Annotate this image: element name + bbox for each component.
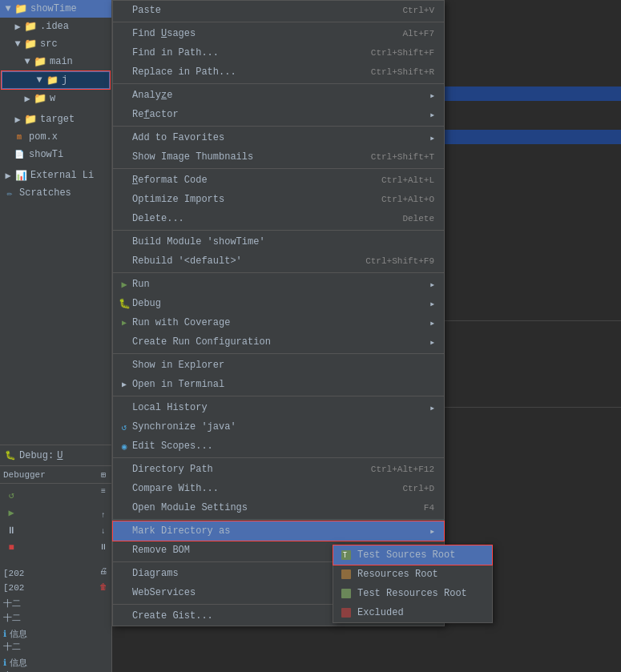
sidebar-item-java[interactable]: ▼ 📁 j	[2, 71, 110, 89]
menu-find-usages[interactable]: Find Usages Alt+F7	[113, 24, 444, 43]
menu-synchronize[interactable]: ↺ Synchronize 'java'	[113, 417, 444, 437]
menu-paste[interactable]: Paste Ctrl+V	[113, 1, 444, 20]
menu-open-module-settings-shortcut: F4	[424, 503, 434, 513]
submenu-excluded[interactable]: Excluded	[333, 603, 492, 622]
menu-replace-path-shortcut: Ctrl+Shift+R	[371, 67, 434, 77]
menu-analyze[interactable]: Analyze	[113, 86, 444, 105]
sidebar-item-showtime[interactable]: ▼ 📁 showTime	[0, 0, 111, 18]
menu-directory-path[interactable]: Directory Path Ctrl+Alt+F12	[113, 460, 444, 479]
menu-show-explorer[interactable]: Show in Explorer	[113, 356, 444, 375]
sidebar-item-pom[interactable]: m pom.x	[0, 128, 111, 146]
side-btn-7[interactable]: 🗑	[96, 580, 111, 594]
menu-optimize[interactable]: Optimize Imports Ctrl+Alt+O	[113, 190, 444, 209]
arrow-idea: ▶	[13, 22, 22, 31]
menu-synchronize-label: Synchronize 'java'	[132, 421, 236, 433]
submenu-test-resources-root[interactable]: Test Resources Root	[333, 584, 492, 603]
sidebar-label-main: main	[50, 56, 73, 67]
menu-edit-scopes-label: Edit Scopes...	[132, 441, 213, 452]
menu-refactor-label: Refactor	[132, 109, 179, 120]
menu-run-coverage-label: Run with Coverage	[132, 317, 230, 328]
debug-tab[interactable]: U	[57, 450, 63, 461]
arrow-target: ▶	[13, 115, 22, 124]
menu-delete[interactable]: Delete... Delete	[113, 209, 444, 228]
submenu-test-sources-root[interactable]: T Test Sources Root	[333, 545, 492, 565]
sidebar-item-src[interactable]: ▼ 📁 src	[0, 35, 111, 53]
sidebar-item-scratches[interactable]: ✏ Scratches	[0, 184, 111, 202]
menu-paste-shortcut: Ctrl+V	[402, 6, 434, 15]
debug-stop-btn[interactable]: ■	[2, 540, 21, 556]
menu-create-gist-label: Create Gist...	[132, 610, 213, 622]
folder-icon-target: 📁	[24, 113, 37, 126]
menu-reformat-shortcut: Ctrl+Alt+L	[381, 175, 434, 185]
sep-3	[113, 126, 444, 127]
sep-4	[113, 168, 444, 169]
sidebar-item-idea[interactable]: ▶ 📁 .idea	[0, 18, 111, 35]
menu-run-coverage[interactable]: ▶ Run with Coverage	[113, 313, 444, 332]
menu-replace-path[interactable]: Replace in Path... Ctrl+Shift+R	[113, 62, 444, 82]
side-btn-1[interactable]: ⊞	[96, 468, 111, 482]
scratches-icon: ✏	[3, 187, 16, 199]
sidebar-item-external[interactable]: ▶ 📊 External Li	[0, 167, 111, 184]
menu-local-history[interactable]: Local History	[113, 398, 444, 417]
menu-run-label: Run	[132, 279, 150, 290]
menu-open-module-settings[interactable]: Open Module Settings F4	[113, 498, 444, 517]
side-btn-2[interactable]: ≡	[96, 484, 111, 498]
menu-delete-shortcut: Delete	[402, 214, 434, 223]
menu-create-run-config[interactable]: Create Run Configuration	[113, 332, 444, 352]
menu-show-explorer-label: Show in Explorer	[132, 360, 224, 371]
menu-show-thumbnails[interactable]: Show Image Thumbnails Ctrl+Shift+T	[113, 147, 444, 167]
sidebar-label-showtimefile: showTi	[29, 149, 63, 160]
menu-rebuild-label: Rebuild '<default>'	[132, 256, 242, 267]
menu-debug[interactable]: 🐛 Debug	[113, 294, 444, 313]
menu-show-thumbnails-shortcut: Ctrl+Shift+T	[371, 152, 434, 162]
menu-find-usages-label: Find Usages	[132, 28, 196, 39]
menu-compare-with[interactable]: Compare With... Ctrl+D	[113, 479, 444, 498]
svg-rect-2	[341, 569, 351, 579]
svg-text:T: T	[343, 552, 347, 559]
debug-pause-btn[interactable]: ⏸	[2, 522, 21, 538]
sidebar-item-showtimefile[interactable]: 📄 showTi	[0, 146, 111, 163]
menu-open-terminal[interactable]: ▶ Open in Terminal	[113, 375, 444, 394]
menu-reformat-label: Reformat Code	[132, 175, 208, 186]
menu-edit-scopes[interactable]: ◉ Edit Scopes...	[113, 437, 444, 456]
menu-replace-path-label: Replace in Path...	[132, 66, 236, 78]
excluded-icon	[340, 606, 353, 619]
submenu-resources-label: Resources Root	[357, 569, 438, 580]
menu-rebuild[interactable]: Rebuild '<default>' Ctrl+Shift+F9	[113, 251, 444, 271]
menu-mark-directory[interactable]: Mark Directory as	[113, 521, 444, 541]
debugger-tab[interactable]: Debugger	[3, 470, 46, 480]
menu-compare-with-shortcut: Ctrl+D	[402, 484, 434, 493]
sep-10	[113, 519, 444, 520]
menu-delete-label: Delete...	[132, 213, 184, 224]
side-btn-3[interactable]: ↑	[96, 508, 111, 522]
sep-8	[113, 396, 444, 396]
side-btn-4[interactable]: ↓	[96, 524, 111, 538]
menu-refactor[interactable]: Refactor	[113, 105, 444, 124]
resources-icon	[340, 568, 353, 581]
menu-directory-path-shortcut: Ctrl+Alt+F12	[371, 465, 434, 474]
debug-resume-btn[interactable]: ▶	[2, 505, 21, 521]
menu-remove-bom-label: Remove BOM	[132, 545, 190, 556]
sidebar-item-target[interactable]: ▶ 📁 target	[0, 111, 111, 128]
menu-show-thumbnails-label: Show Image Thumbnails	[132, 151, 253, 163]
sidebar-label-src: src	[40, 38, 58, 50]
menu-reformat[interactable]: Reformat Code Ctrl+Alt+L	[113, 171, 444, 190]
sidebar-item-webapp[interactable]: ▶ 📁 w	[0, 90, 111, 107]
debug-restart-btn[interactable]: ↺	[2, 487, 21, 503]
side-btn-6[interactable]: 🖨	[96, 564, 111, 578]
scope-icon: ◉	[118, 440, 131, 453]
arrow-external: ▶	[3, 171, 13, 180]
submenu-mark-directory: T Test Sources Root Resources Root Test …	[333, 545, 493, 623]
submenu-resources-root[interactable]: Resources Root	[333, 565, 492, 584]
menu-add-favorites[interactable]: Add to Favorites	[113, 128, 444, 147]
menu-build-module[interactable]: Build Module 'showTime'	[113, 232, 444, 251]
log-line-2: [202	[3, 583, 109, 598]
menu-open-module-settings-label: Open Module Settings	[132, 502, 248, 513]
sidebar-item-main[interactable]: ▼ 📁 main	[0, 53, 111, 70]
sep-9	[113, 457, 444, 458]
sidebar: ▼ 📁 showTime ▶ 📁 .idea ▼ 📁 src ▼ 📁 main …	[0, 0, 112, 672]
side-btn-5[interactable]: ⏸	[96, 540, 111, 554]
menu-run[interactable]: ▶ Run	[113, 275, 444, 294]
menu-mark-directory-label: Mark Directory as	[132, 525, 230, 537]
menu-find-path[interactable]: Find in Path... Ctrl+Shift+F	[113, 43, 444, 62]
